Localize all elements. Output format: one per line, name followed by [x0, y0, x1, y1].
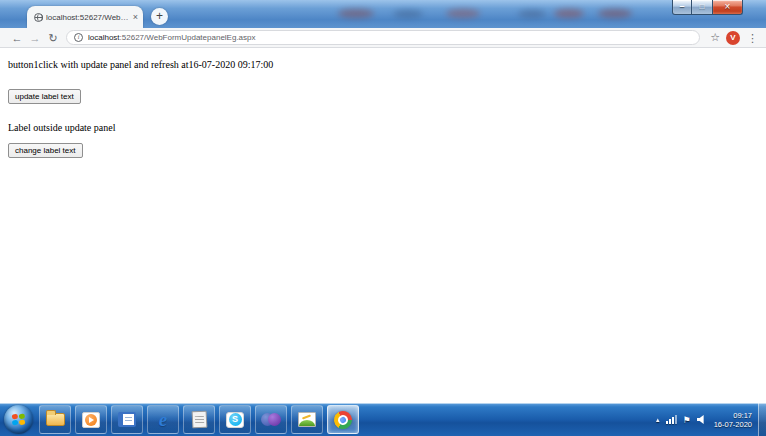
tab-title: localhost:52627/WebFormUpdatepanelEg.asp…: [46, 13, 130, 22]
windows-flag-icon: [12, 414, 25, 425]
action-center-flag-icon[interactable]: ⚑: [683, 415, 691, 425]
bookmark-star-icon[interactable]: ☆: [710, 31, 720, 44]
visual-studio-icon: [261, 413, 281, 426]
outside-panel-label: Label outside update panel: [8, 122, 115, 133]
image-viewer-icon: [298, 412, 316, 427]
desktop-screen: localhost:52627/WebFormUpdatepanelEg.asp…: [0, 0, 766, 436]
web-page-content: button1click with update panel and refre…: [0, 49, 766, 403]
url-path: :52627/WebFormUpdatepanelEg.aspx: [120, 33, 256, 42]
update-panel-label: button1click with update panel and refre…: [8, 59, 273, 70]
taskbar-chrome-button[interactable]: [327, 405, 359, 434]
taskbar-skype-button[interactable]: S: [219, 405, 251, 434]
show-hidden-icons-icon[interactable]: ▴: [656, 416, 660, 424]
titlebar-glass-artifact: [338, 9, 374, 18]
forward-icon[interactable]: →: [26, 29, 44, 47]
document-app-icon: [118, 412, 136, 427]
skype-icon: S: [226, 412, 244, 428]
new-tab-button[interactable]: +: [151, 8, 168, 25]
browser-menu-icon[interactable]: ⋮: [747, 31, 758, 45]
update-label-text-button[interactable]: update label text: [8, 89, 81, 104]
taskbar-notepad-button[interactable]: [183, 405, 215, 434]
tab-close-icon[interactable]: ×: [133, 13, 138, 22]
titlebar-glass-artifact: [598, 9, 632, 18]
reload-icon[interactable]: ↻: [44, 29, 62, 47]
url-text[interactable]: localhost:52627/WebFormUpdatepanelEg.asp…: [88, 33, 256, 42]
internet-explorer-icon: e: [159, 410, 167, 429]
url-host: localhost: [88, 33, 120, 42]
taskbar-items: e S: [0, 403, 363, 436]
window-minimize-button[interactable]: –: [672, 0, 692, 15]
taskbar-clock[interactable]: 09:17 16-07-2020: [714, 411, 752, 429]
notepad-icon: [191, 411, 207, 429]
titlebar-glass-artifact: [554, 9, 584, 18]
network-signal-icon[interactable]: [666, 415, 677, 424]
media-player-icon: [82, 412, 100, 428]
window-maximize-button[interactable]: □: [692, 0, 712, 15]
page-info-icon[interactable]: i: [74, 33, 83, 42]
window-close-button[interactable]: ×: [712, 0, 743, 15]
taskbar-visual-studio-button[interactable]: [255, 405, 287, 434]
taskbar-image-viewer-button[interactable]: [291, 405, 323, 434]
clock-time: 09:17: [714, 411, 752, 420]
titlebar-glass-artifact: [446, 9, 480, 18]
titlebar-glass-artifact: [393, 10, 423, 18]
page-favicon-globe-icon: [34, 13, 43, 22]
back-icon[interactable]: ←: [8, 29, 26, 47]
volume-icon[interactable]: [697, 415, 706, 424]
address-bar[interactable]: i localhost:52627/WebFormUpdatepanelEg.a…: [66, 30, 700, 45]
browser-titlebar: localhost:52627/WebFormUpdatepanelEg.asp…: [0, 0, 766, 28]
system-tray: ▴ ⚑ 09:17 16-07-2020: [656, 403, 766, 436]
titlebar-glass-artifact: [518, 10, 546, 18]
show-desktop-button[interactable]: [758, 403, 766, 436]
taskbar-document-app-button[interactable]: [111, 405, 143, 434]
clock-date: 16-07-2020: [714, 420, 752, 429]
taskbar-media-player-button[interactable]: [75, 405, 107, 434]
profile-avatar[interactable]: V: [726, 31, 740, 45]
folder-icon: [46, 413, 65, 426]
browser-tab[interactable]: localhost:52627/WebFormUpdatepanelEg.asp…: [27, 6, 143, 28]
taskbar-windows-explorer-button[interactable]: [39, 405, 71, 434]
window-controls: – □ ×: [672, 0, 743, 15]
browser-toolbar: ← → ↻ i localhost:52627/WebFormUpdatepan…: [0, 28, 766, 48]
chrome-icon: [331, 407, 356, 432]
change-label-text-button[interactable]: change label text: [8, 143, 83, 158]
start-button[interactable]: [4, 405, 33, 434]
taskbar-internet-explorer-button[interactable]: e: [147, 405, 179, 434]
taskbar: e S ▴ ⚑ 09:17 16-07: [0, 403, 766, 436]
